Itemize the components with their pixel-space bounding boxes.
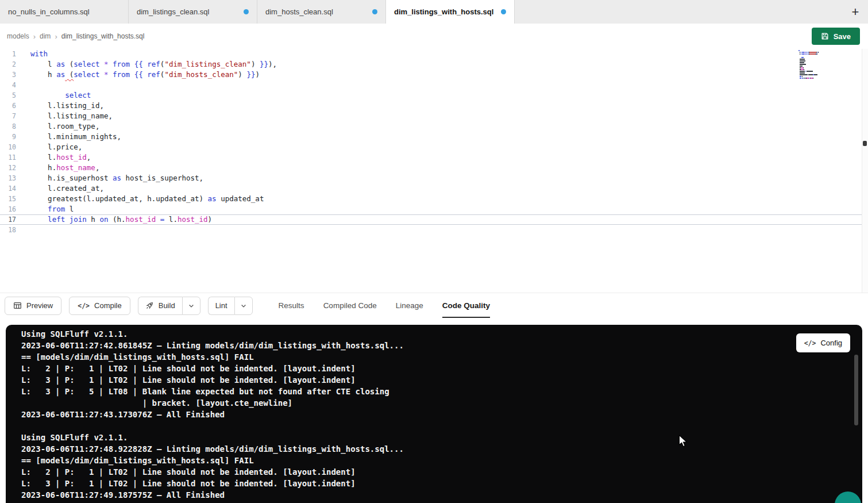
modified-dot [244, 9, 249, 14]
file-tab[interactable]: no_nulls_in_columns.sql [0, 0, 129, 24]
file-tab-label: dim_listings_with_hosts.sql [394, 7, 493, 16]
file-tab[interactable]: dim_listings_clean.sql [129, 0, 257, 24]
terminal-line: == [models/dim/dim_listings_with_hosts.s… [21, 351, 862, 363]
config-button[interactable]: </> Config [796, 333, 850, 352]
lint-button[interactable]: Lint [208, 297, 234, 315]
code-line-text: left join h on (h.host_id = l.host_id) [16, 214, 212, 225]
build-button-group: Build [138, 297, 200, 315]
code-line[interactable]: 4 [0, 80, 868, 90]
code-line[interactable]: 15 greatest(l.updated_at, h.updated_at) … [0, 194, 868, 204]
code-line[interactable]: 17 left join h on (h.host_id = l.host_id… [0, 214, 868, 225]
tab-label: Lineage [396, 301, 423, 310]
file-tab-label: no_nulls_in_columns.sql [8, 7, 90, 16]
code-line[interactable]: 5 select [0, 90, 868, 101]
code-line-text: with [16, 49, 48, 59]
code-line-text: h.is_superhost as host_is_superhost, [16, 173, 203, 183]
line-number: 1 [0, 49, 16, 59]
line-number: 11 [0, 152, 16, 163]
tab-results[interactable]: Results [279, 293, 304, 318]
terminal-line: L: 2 | P: 1 | LT02 | Line should not be … [21, 363, 862, 374]
code-line-text [16, 80, 30, 90]
tab-compiled-code[interactable]: Compiled Code [323, 293, 377, 318]
terminal-line [21, 420, 862, 432]
tab-label: Compiled Code [323, 301, 377, 310]
breadcrumb-separator: › [33, 32, 36, 41]
chevron-down-icon [188, 302, 195, 309]
line-number: 18 [0, 225, 16, 235]
breadcrumb-item[interactable]: dim [40, 32, 51, 40]
code-line[interactable]: 7 l.listing_name, [0, 111, 868, 121]
line-number: 15 [0, 194, 16, 204]
code-line[interactable]: 6 l.listing_id, [0, 101, 868, 111]
code-line[interactable]: 9 l.minimum_nights, [0, 132, 868, 142]
save-button[interactable]: Save [812, 28, 860, 45]
file-tab-label: dim_hosts_clean.sql [265, 7, 333, 16]
line-number: 10 [0, 142, 16, 152]
tab-code-quality[interactable]: Code Quality [442, 293, 490, 318]
file-tab[interactable]: dim_hosts_clean.sql [257, 0, 386, 24]
terminal-line: 2023-06-06T11:27:49.187575Z — All Finish… [21, 489, 862, 501]
code-line-text: h as (select * from {{ ref("dim_hosts_cl… [16, 70, 260, 80]
terminal-line: L: 3 | P: 5 | LT08 | Blank line expected… [21, 386, 862, 397]
editor-scrollbar[interactable] [863, 141, 867, 146]
rocket-icon [145, 301, 154, 310]
grid-icon [13, 301, 22, 310]
line-number: 13 [0, 173, 16, 183]
new-tab-button[interactable]: + [843, 0, 868, 24]
tab-label: Code Quality [442, 301, 490, 310]
code-line[interactable]: 3 h as (select * from {{ ref("dim_hosts_… [0, 70, 868, 80]
code-line[interactable]: 14 l.created_at, [0, 183, 868, 194]
code-line[interactable]: 8 l.room_type, [0, 121, 868, 132]
code-line[interactable]: 12 h.host_name, [0, 163, 868, 173]
build-dropdown-button[interactable] [182, 297, 200, 315]
terminal-line: 2023-06-06T11:27:42.861845Z — Linting mo… [21, 340, 862, 351]
compile-button-label: Compile [94, 301, 122, 310]
editor-toolbar: Preview </> Compile Build Lint [0, 293, 868, 318]
lint-dropdown-button[interactable] [234, 297, 253, 315]
line-number: 12 [0, 163, 16, 173]
chevron-down-icon [240, 302, 247, 309]
breadcrumb-item[interactable]: models [7, 32, 29, 40]
code-line[interactable]: 16 from l [0, 204, 868, 214]
minimap[interactable] [798, 50, 840, 81]
lint-button-group: Lint [208, 297, 253, 315]
code-line[interactable]: 13 h.is_superhost as host_is_superhost, [0, 173, 868, 183]
file-tab-active[interactable]: dim_listings_with_hosts.sql [386, 0, 515, 24]
tab-label: Results [279, 301, 304, 310]
file-tab-label: dim_listings_clean.sql [137, 7, 209, 16]
breadcrumb-row: models › dim › dim_listings_with_hosts.s… [0, 24, 868, 49]
line-number: 2 [0, 59, 16, 70]
code-line-text: l as (select * from {{ ref("dim_listings… [16, 59, 277, 70]
code-line[interactable]: 18 [0, 225, 868, 235]
terminal-lines: Using SQLFluff v2.1.1.2023-06-06T11:27:4… [21, 328, 862, 501]
terminal-line: 2023-06-06T11:27:43.173076Z — All Finish… [21, 409, 862, 420]
line-number: 5 [0, 90, 16, 101]
compile-button[interactable]: </> Compile [69, 297, 130, 315]
line-number: 8 [0, 121, 16, 132]
editor-scrollbar-track [862, 49, 868, 293]
terminal-line: L: 3 | P: 1 | LT02 | Line should not be … [21, 374, 862, 386]
code-line-text: l.price, [16, 142, 82, 152]
terminal-panel: Using SQLFluff v2.1.1.2023-06-06T11:27:4… [6, 325, 862, 503]
line-number: 17 [0, 214, 16, 225]
code-line[interactable]: 1with [0, 49, 868, 59]
save-icon [821, 32, 829, 40]
code-line-text: h.host_name, [16, 163, 99, 173]
preview-button[interactable]: Preview [5, 297, 61, 315]
code-line[interactable]: 10 l.price, [0, 142, 868, 152]
code-line[interactable]: 2 l as (select * from {{ ref("dim_listin… [0, 59, 868, 70]
code-line[interactable]: 11 l.host_id, [0, 152, 868, 163]
terminal-line: == [models/dim/dim_listings_with_hosts.s… [21, 455, 862, 466]
line-number: 14 [0, 183, 16, 194]
line-number: 6 [0, 101, 16, 111]
lint-button-label: Lint [215, 301, 227, 310]
build-button[interactable]: Build [138, 297, 182, 315]
code-line-text: l.listing_name, [16, 111, 113, 121]
code-editor[interactable]: 1with2 l as (select * from {{ ref("dim_l… [0, 49, 868, 293]
code-lines: 1with2 l as (select * from {{ ref("dim_l… [0, 49, 868, 235]
code-line-text: l.host_id, [16, 152, 91, 163]
terminal-scrollbar[interactable] [854, 355, 858, 425]
tab-lineage[interactable]: Lineage [396, 293, 423, 318]
terminal-line: | bracket. [layout.cte_newline] [21, 397, 862, 409]
preview-button-label: Preview [26, 301, 53, 310]
